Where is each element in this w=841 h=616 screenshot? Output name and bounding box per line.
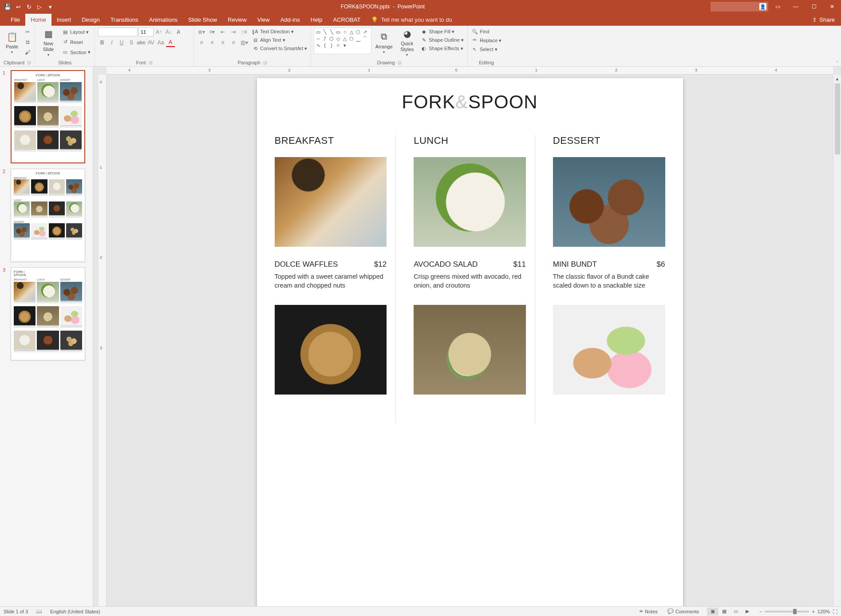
- share-button[interactable]: ⇪ Share: [806, 14, 841, 26]
- arrange-button[interactable]: ⧉ Arrange▾: [373, 28, 395, 57]
- clear-formatting-icon[interactable]: A̷: [174, 28, 183, 36]
- file-tab[interactable]: File: [5, 14, 25, 26]
- tell-me-search[interactable]: 💡 Tell me what you want to do: [366, 14, 457, 26]
- tab-addins[interactable]: Add-ins: [275, 14, 305, 26]
- grow-font-icon[interactable]: A↑: [154, 28, 163, 36]
- tab-view[interactable]: View: [252, 14, 275, 26]
- lightbulb-icon: 💡: [371, 16, 378, 23]
- align-right-icon[interactable]: ≡: [218, 38, 228, 47]
- copy-icon[interactable]: ⧉: [23, 38, 32, 46]
- ribbon-tabs: File Home Insert Design Transitions Anim…: [0, 13, 841, 26]
- tab-help[interactable]: Help: [305, 14, 328, 26]
- section-button[interactable]: ▭Section ▾: [61, 48, 92, 56]
- shape-effects-button[interactable]: ◐Shape Effects ▾: [419, 44, 465, 52]
- replace-button[interactable]: ᵃᵇReplace ▾: [470, 36, 502, 44]
- shape-effects-icon: ◐: [420, 45, 427, 52]
- tab-home[interactable]: Home: [25, 14, 51, 26]
- quick-styles-icon: ◕: [401, 28, 413, 40]
- font-size-input[interactable]: [138, 28, 154, 36]
- reset-icon: ↺: [62, 39, 69, 46]
- window-title: FORK&SPOON.pptx - PowerPoint: [55, 4, 711, 10]
- align-left-icon[interactable]: ≡: [197, 38, 206, 47]
- group-paragraph: ≣▾ ≡▾ ⇤ ⇥ ↕≡ ≡ ≡ ≡ ≡ ▥▾ ‖AText Direction…: [194, 26, 311, 66]
- tab-animations[interactable]: Animations: [144, 14, 183, 26]
- change-case-icon[interactable]: Aa: [156, 38, 165, 47]
- decrease-indent-icon[interactable]: ⇤: [218, 28, 228, 36]
- maximize-button[interactable]: ☐: [805, 0, 823, 13]
- tab-design[interactable]: Design: [76, 14, 105, 26]
- paste-button[interactable]: 📋 Paste▾: [3, 28, 21, 57]
- start-from-beginning-icon[interactable]: ▷: [35, 2, 44, 12]
- align-text-button[interactable]: ⊟Align Text ▾: [251, 36, 308, 44]
- new-slide-button[interactable]: ▦ New Slide▾: [38, 28, 59, 57]
- shape-fill-icon: ◆: [420, 28, 427, 35]
- titlebar: 💾 ↩ ↻ ▷ ▾ FORK&SPOON.pptx - PowerPoint 👤…: [0, 0, 841, 13]
- find-button[interactable]: 🔍Find: [470, 28, 502, 36]
- select-icon: ↖: [471, 46, 478, 53]
- text-direction-icon: ‖A: [252, 28, 259, 35]
- clipboard-icon: 📋: [6, 31, 18, 43]
- ribbon-display-options-icon[interactable]: ▭: [769, 0, 786, 13]
- tab-insert[interactable]: Insert: [51, 14, 77, 26]
- drawing-dialog-launcher[interactable]: ◲: [398, 60, 402, 65]
- paragraph-dialog-launcher[interactable]: ◲: [263, 60, 267, 65]
- group-font: A↑ A↓ A̷ B I U S abc AV Aa A Font◲: [95, 26, 194, 66]
- group-editing: 🔍Find ᵃᵇReplace ▾ ↖Select ▾ Editing: [468, 26, 505, 66]
- ribbon: 📋 Paste▾ ✂ ⧉ 🖌 Clipboard◲ ▦ New Slide▾ ▤…: [0, 26, 841, 67]
- strikethrough-icon[interactable]: abc: [137, 38, 146, 47]
- shrink-font-icon[interactable]: A↓: [164, 28, 173, 36]
- line-spacing-icon[interactable]: ↕≡: [239, 28, 249, 36]
- avatar-icon: 👤: [759, 3, 766, 10]
- smartart-button[interactable]: ⟲Convert to SmartArt ▾: [251, 44, 308, 52]
- group-clipboard: 📋 Paste▾ ✂ ⧉ 🖌 Clipboard◲: [0, 26, 35, 66]
- group-slides: ▦ New Slide▾ ▤Layout ▾ ↺Reset ▭Section ▾…: [35, 26, 95, 66]
- font-name-input[interactable]: [98, 28, 138, 36]
- bullets-icon[interactable]: ≣▾: [197, 28, 206, 36]
- tab-slideshow[interactable]: Slide Show: [183, 14, 222, 26]
- font-color-icon[interactable]: A: [166, 38, 175, 47]
- layout-button[interactable]: ▤Layout ▾: [61, 28, 92, 36]
- justify-icon[interactable]: ≡: [229, 38, 238, 47]
- tab-acrobat[interactable]: ACROBAT: [328, 14, 366, 26]
- bold-icon[interactable]: B: [98, 38, 107, 47]
- underline-icon[interactable]: U: [117, 38, 126, 47]
- italic-icon[interactable]: I: [107, 38, 116, 47]
- select-button[interactable]: ↖Select ▾: [470, 45, 502, 53]
- char-spacing-icon[interactable]: AV: [146, 38, 155, 47]
- shape-outline-button[interactable]: ✎Shape Outline ▾: [419, 36, 465, 44]
- save-icon[interactable]: 💾: [3, 2, 12, 12]
- minimize-button[interactable]: —: [787, 0, 805, 13]
- close-button[interactable]: ✕: [823, 0, 841, 13]
- font-dialog-launcher[interactable]: ◲: [149, 60, 153, 65]
- format-painter-icon[interactable]: 🖌: [23, 48, 32, 56]
- section-icon: ▭: [62, 49, 69, 56]
- numbering-icon[interactable]: ≡▾: [207, 28, 217, 36]
- columns-icon[interactable]: ▥▾: [239, 38, 249, 47]
- layout-icon: ▤: [62, 28, 69, 36]
- share-icon: ⇪: [812, 16, 817, 23]
- undo-icon[interactable]: ↩: [13, 2, 23, 12]
- align-center-icon[interactable]: ≡: [207, 38, 217, 47]
- find-icon: 🔍: [471, 28, 478, 35]
- shapes-gallery[interactable]: ▭╲╲▭○△⬠ ↗↔⤴⬡◇△⬠ ‿⌒∿{}☆▾: [314, 28, 371, 54]
- collapse-ribbon-icon[interactable]: ˄: [836, 60, 838, 65]
- tab-transitions[interactable]: Transitions: [105, 14, 144, 26]
- reset-button[interactable]: ↺Reset: [61, 38, 92, 46]
- cut-icon[interactable]: ✂: [23, 28, 32, 36]
- arrange-icon: ⧉: [378, 31, 390, 43]
- qat-customize-icon[interactable]: ▾: [45, 2, 55, 12]
- shadow-icon[interactable]: S: [127, 38, 136, 47]
- replace-icon: ᵃᵇ: [471, 37, 478, 44]
- clipboard-dialog-launcher[interactable]: ◲: [27, 60, 31, 65]
- smartart-icon: ⟲: [252, 45, 259, 52]
- group-drawing: ▭╲╲▭○△⬠ ↗↔⤴⬡◇△⬠ ‿⌒∿{}☆▾ ⧉ Arrange▾ ◕ Qui…: [311, 26, 468, 66]
- tab-review[interactable]: Review: [222, 14, 252, 26]
- new-slide-icon: ▦: [42, 28, 55, 40]
- align-text-icon: ⊟: [252, 36, 259, 43]
- shape-fill-button[interactable]: ◆Shape Fill ▾: [419, 28, 465, 36]
- quick-styles-button[interactable]: ◕ Quick Styles▾: [396, 28, 418, 57]
- redo-icon[interactable]: ↻: [24, 2, 34, 12]
- text-direction-button[interactable]: ‖AText Direction ▾: [251, 28, 308, 36]
- increase-indent-icon[interactable]: ⇥: [229, 28, 238, 36]
- user-account[interactable]: 👤: [711, 2, 768, 12]
